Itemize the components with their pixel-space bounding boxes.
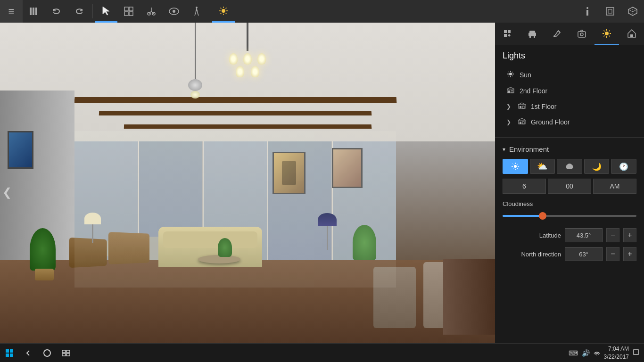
speaker-icon[interactable]: 🔊 [582, 349, 590, 357]
top-toolbar: ≡ [0, 0, 644, 23]
1st-floor-icon [518, 102, 526, 110]
floor-plant-left [30, 228, 56, 271]
north-direction-row: North direction − + [503, 247, 636, 261]
cloudiness-slider[interactable] [503, 211, 636, 221]
env-clear-btn[interactable] [503, 159, 528, 174]
chandelier-rod [247, 23, 248, 51]
library-button[interactable] [23, 0, 45, 23]
north-direction-minus-btn[interactable]: − [606, 247, 619, 261]
env-hour-input[interactable]: 6 [503, 179, 546, 194]
environment-header[interactable]: ▾ Environment [503, 145, 636, 153]
dining-chair-2 [373, 267, 416, 328]
back-button[interactable] [19, 344, 38, 362]
rp-tab-paint[interactable] [545, 23, 570, 45]
light-item-ground-floor[interactable]: ❯ Ground Floor [503, 114, 636, 130]
3d-scene: ❮ [0, 23, 495, 362]
svg-line-74 [512, 168, 513, 169]
cloudiness-fill [503, 215, 543, 217]
plant-basket [35, 269, 54, 280]
env-period-input[interactable]: AM [593, 179, 636, 194]
env-night-btn[interactable]: 🌙 [584, 159, 610, 174]
rp-tab-lights[interactable] [594, 23, 619, 45]
1st-floor-expand-icon: ❯ [506, 103, 511, 110]
svg-rect-26 [606, 8, 614, 15]
svg-line-71 [512, 164, 513, 165]
light-item-1st-floor[interactable]: ❯ 1st Floor [503, 99, 636, 114]
ceiling-beam-3 [124, 124, 372, 129]
select-button[interactable] [95, 0, 117, 23]
svg-rect-82 [10, 354, 13, 357]
walk-button[interactable] [185, 0, 208, 23]
env-cloudy-btn[interactable] [557, 159, 582, 174]
svg-rect-5 [124, 12, 128, 16]
undo-button[interactable] [45, 0, 68, 23]
rp-tab-furniture[interactable] [520, 23, 545, 45]
svg-rect-86 [62, 354, 66, 356]
chandelier-bulb-3 [257, 53, 266, 65]
3d-button[interactable] [621, 0, 644, 23]
info-button[interactable] [576, 0, 599, 23]
latitude-plus-btn[interactable]: + [623, 228, 636, 242]
cloudiness-label: Cloudiness [503, 200, 636, 207]
task-view-button[interactable] [57, 344, 75, 362]
env-chevron-icon: ▾ [503, 146, 505, 153]
svg-line-23 [221, 13, 222, 14]
view-button[interactable] [163, 0, 185, 23]
svg-point-78 [567, 164, 572, 167]
notification-icon[interactable] [633, 349, 639, 357]
svg-rect-59 [511, 90, 513, 93]
menu-button[interactable]: ≡ [0, 0, 23, 23]
svg-rect-32 [529, 31, 535, 33]
keyboard-icon[interactable]: ⌨ [569, 349, 578, 357]
cloudiness-thumb[interactable] [539, 212, 546, 220]
search-button[interactable] [38, 344, 57, 362]
network-icon[interactable] [594, 349, 600, 357]
env-minute-input[interactable]: 00 [548, 179, 591, 194]
north-direction-plus-btn[interactable]: + [623, 247, 636, 261]
svg-rect-6 [129, 12, 133, 16]
svg-rect-31 [528, 33, 536, 36]
rp-tab-home[interactable] [619, 23, 644, 45]
start-button[interactable] [0, 344, 19, 362]
env-clock-btn[interactable]: 🕐 [611, 159, 636, 174]
sun-button[interactable] [212, 0, 235, 23]
2nd-floor-label: 2nd Floor [520, 87, 547, 95]
redo-button[interactable] [68, 0, 91, 23]
frame-button[interactable] [599, 0, 621, 23]
ground-floor-icon [518, 118, 526, 126]
latitude-input[interactable] [565, 228, 603, 242]
painting-2 [332, 148, 363, 188]
svg-rect-61 [520, 106, 521, 108]
latitude-minus-btn[interactable]: − [606, 228, 619, 242]
svg-rect-81 [6, 354, 9, 357]
svg-point-83 [44, 350, 50, 356]
cut-button[interactable] [140, 0, 163, 23]
svg-line-54 [512, 75, 513, 76]
nav-arrow-left[interactable]: ❮ [2, 186, 12, 199]
svg-line-45 [609, 30, 610, 31]
env-partly-btn[interactable]: ⛅ [530, 159, 555, 174]
svg-rect-65 [522, 122, 524, 124]
north-direction-input[interactable] [565, 247, 603, 261]
svg-rect-4 [129, 7, 133, 11]
svg-line-43 [604, 30, 605, 31]
viewport[interactable]: ❮ [0, 23, 495, 362]
svg-rect-58 [508, 90, 510, 93]
svg-line-44 [609, 35, 610, 36]
svg-rect-3 [124, 7, 128, 11]
taskbar-time-display[interactable]: 7:04 AM 3/22/2017 [604, 345, 629, 361]
north-direction-label: North direction [503, 251, 561, 258]
rp-tab-camera[interactable] [570, 23, 594, 45]
objects-button[interactable] [117, 0, 140, 23]
environment-title: Environment [509, 145, 549, 153]
svg-line-72 [517, 168, 518, 169]
light-item-2nd-floor[interactable]: 2nd Floor [503, 83, 636, 99]
rp-tab-build[interactable] [495, 23, 520, 45]
light-item-sun[interactable]: Sun [503, 66, 636, 83]
dining-table [443, 259, 495, 335]
svg-rect-84 [62, 350, 66, 353]
svg-line-20 [221, 8, 222, 8]
ceiling-beam-1 [74, 97, 396, 103]
lights-title: Lights [503, 51, 636, 61]
2nd-floor-icon [506, 87, 515, 95]
